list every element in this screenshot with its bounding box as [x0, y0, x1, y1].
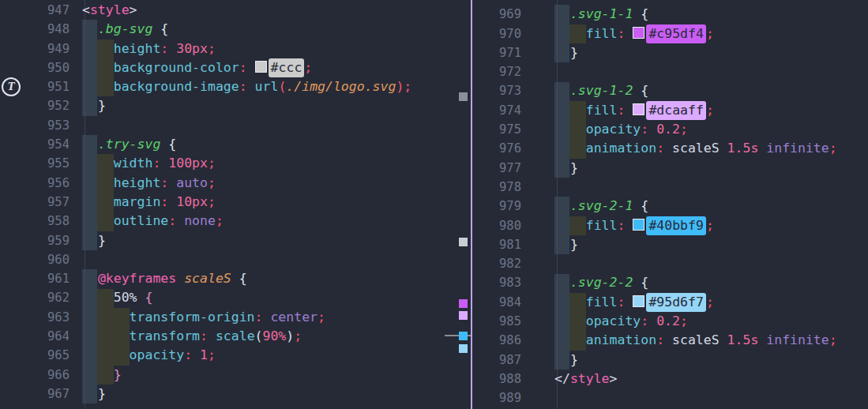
code-line[interactable]: 976 animation: scaleS 1.5s infinite; — [472, 139, 868, 158]
code-line[interactable]: 965 opacity: 1; — [0, 346, 471, 365]
overview-ruler-marker[interactable] — [459, 238, 468, 246]
line-number[interactable]: 987 — [472, 351, 521, 370]
code-line[interactable]: 966 } — [0, 366, 471, 385]
line-number[interactable]: 983 — [472, 273, 521, 292]
line-number[interactable]: 960 — [0, 250, 70, 269]
code-line[interactable]: 952 } — [0, 96, 471, 115]
code-token: : — [152, 156, 160, 171]
line-number[interactable]: 977 — [472, 159, 521, 178]
code-line[interactable]: 987 } — [472, 351, 868, 370]
line-number[interactable]: 979 — [472, 197, 521, 216]
overview-ruler-marker[interactable] — [459, 344, 468, 353]
line-number[interactable]: 988 — [472, 370, 521, 388]
code-line[interactable]: 964 transform: scale(90%); — [0, 327, 471, 346]
editor-pane-right[interactable]: 968969 .svg-1-1 {970 fill: #c95df4;971 }… — [472, 0, 868, 409]
code-line[interactable]: 957 margin: 10px; — [0, 193, 471, 212]
code-line[interactable]: 971 } — [472, 43, 868, 62]
line-number[interactable]: 958 — [0, 212, 70, 231]
color-swatch[interactable] — [633, 295, 644, 307]
code-line[interactable]: 953 — [0, 116, 471, 135]
line-number[interactable]: 981 — [472, 235, 521, 254]
code-line[interactable]: 973 .svg-1-2 { — [472, 81, 868, 100]
line-number[interactable]: 950 — [0, 58, 70, 77]
overview-ruler-marker[interactable] — [459, 92, 468, 101]
code-line[interactable]: 970 fill: #c95df4; — [472, 24, 868, 43]
line-number[interactable]: 964 — [0, 327, 70, 346]
code-line[interactable]: 969 .svg-1-1 { — [472, 5, 868, 24]
line-number[interactable]: 974 — [472, 101, 521, 120]
line-number[interactable]: 955 — [0, 154, 70, 173]
line-number[interactable]: 963 — [0, 308, 70, 327]
code-line[interactable]: 958 outline: none; — [0, 212, 471, 231]
line-number[interactable]: 966 — [0, 366, 70, 385]
code-line[interactable]: 955 width: 100px; — [0, 154, 471, 173]
line-number[interactable]: 975 — [472, 120, 521, 139]
code-line[interactable]: 978 — [472, 178, 868, 197]
line-number[interactable]: 954 — [0, 135, 70, 154]
color-swatch[interactable] — [633, 27, 644, 39]
code-line[interactable]: 950 background-color: #ccc; — [0, 58, 471, 77]
code-line[interactable]: 947<style> — [0, 1, 471, 20]
code-token — [625, 103, 633, 118]
line-number[interactable]: 973 — [472, 81, 521, 100]
code-line[interactable]: 989 — [472, 388, 868, 407]
code-line[interactable]: 988</style> — [472, 370, 868, 388]
line-number[interactable]: 949 — [0, 39, 70, 58]
code-line[interactable]: 977 } — [472, 159, 868, 178]
code-line[interactable]: 960 — [0, 250, 471, 269]
code-line[interactable]: 949 height: 30px; — [0, 39, 471, 58]
code-token: </ — [554, 371, 570, 386]
line-number[interactable]: 947 — [0, 1, 70, 20]
line-number[interactable]: 982 — [472, 254, 521, 273]
code-line[interactable]: 956 height: auto; — [0, 174, 471, 193]
line-number[interactable]: 969 — [472, 5, 521, 24]
overview-ruler-marker[interactable] — [459, 332, 468, 340]
line-number[interactable]: 952 — [0, 96, 70, 115]
line-number[interactable]: 985 — [472, 312, 521, 331]
code-line[interactable]: 954 .try-svg { — [0, 135, 471, 154]
code-line[interactable]: 980 fill: #40bbf9; — [472, 216, 868, 235]
line-number[interactable]: 980 — [472, 216, 521, 235]
code-line[interactable]: 962 50% { — [0, 288, 471, 307]
code-line[interactable]: 948 .bg-svg { — [0, 20, 471, 39]
color-swatch[interactable] — [255, 61, 267, 73]
line-number[interactable]: 989 — [472, 388, 521, 407]
code-line[interactable]: 986 animation: scaleS 1.5s infinite; — [472, 331, 868, 350]
line-number[interactable]: 986 — [472, 331, 521, 350]
overview-ruler-marker[interactable] — [459, 311, 468, 320]
line-number[interactable]: 967 — [0, 385, 70, 403]
line-number[interactable]: 959 — [0, 231, 70, 250]
code-line[interactable]: 983 .svg-2-2 { — [472, 273, 868, 292]
line-number[interactable]: 956 — [0, 174, 70, 193]
code-line[interactable]: 963 transform-origin: center; — [0, 308, 471, 327]
line-number[interactable]: 976 — [472, 139, 521, 158]
code-line[interactable]: 961 @keyframes scaleS { — [0, 269, 471, 288]
line-number[interactable]: 953 — [0, 116, 70, 135]
line-number[interactable]: 971 — [472, 43, 521, 62]
code-line[interactable]: 981 } — [472, 235, 868, 254]
line-number[interactable]: 970 — [472, 24, 521, 43]
overview-ruler-marker[interactable] — [459, 299, 468, 308]
line-number[interactable]: 961 — [0, 269, 70, 288]
code-line[interactable]: 951 background-image: url(./img/logo.svg… — [0, 77, 471, 96]
code-token: scaleS — [672, 332, 720, 347]
line-number[interactable]: 965 — [0, 346, 70, 365]
code-line[interactable]: 975 opacity: 0.2; — [472, 120, 868, 139]
line-number[interactable]: 962 — [0, 288, 70, 307]
line-number[interactable]: 984 — [472, 293, 521, 312]
code-line[interactable]: 959 } — [0, 231, 471, 250]
line-number[interactable]: 972 — [472, 62, 521, 81]
line-number[interactable]: 948 — [0, 20, 70, 39]
color-swatch[interactable] — [633, 103, 644, 115]
line-number[interactable]: 978 — [472, 178, 521, 197]
code-line[interactable]: 974 fill: #dcaaff; — [472, 101, 868, 120]
color-swatch[interactable] — [633, 219, 644, 231]
code-line[interactable]: 972 — [472, 62, 868, 81]
code-line[interactable]: 985 opacity: 0.2; — [472, 312, 868, 331]
code-line[interactable]: 982 — [472, 254, 868, 273]
code-line[interactable]: 967 } — [0, 385, 471, 403]
code-line[interactable]: 984 fill: #95d6f7; — [472, 293, 868, 312]
line-number[interactable]: 957 — [0, 193, 70, 212]
editor-pane-left[interactable]: 947<style>948 .bg-svg {949 height: 30px;… — [0, 0, 471, 409]
code-line[interactable]: 979 .svg-2-1 { — [472, 197, 868, 216]
